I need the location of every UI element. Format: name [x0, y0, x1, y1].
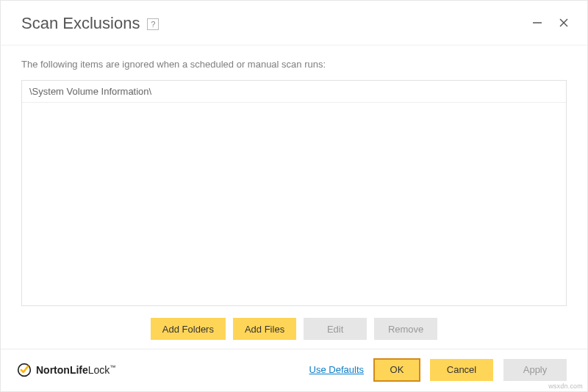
title-bar: Scan Exclusions ? — [1, 1, 587, 42]
trademark-icon: ™ — [110, 364, 115, 371]
list-action-buttons: Add Folders Add Files Edit Remove — [21, 306, 567, 349]
edit-button: Edit — [304, 318, 367, 340]
remove-button: Remove — [374, 318, 437, 340]
description-text: The following items are ignored when a s… — [21, 59, 567, 70]
norton-check-icon — [17, 363, 32, 377]
minimize-button[interactable] — [530, 15, 545, 30]
footer-actions: Use Defaults OK Cancel Apply — [309, 359, 567, 381]
close-button[interactable] — [556, 15, 571, 30]
cancel-button[interactable]: Cancel — [430, 359, 493, 381]
ok-button[interactable]: OK — [374, 359, 420, 381]
window-controls — [530, 14, 580, 30]
brand-logo-block: NortonLifeLock™ — [17, 363, 115, 377]
window-title: Scan Exclusions — [21, 14, 140, 33]
brand-lock: Lock — [88, 364, 110, 376]
help-icon[interactable]: ? — [147, 18, 159, 30]
brand-norton: Norton — [36, 364, 70, 376]
add-folders-button[interactable]: Add Folders — [151, 318, 226, 340]
footer-bar: NortonLifeLock™ Use Defaults OK Cancel A… — [1, 349, 587, 391]
scan-exclusions-window: Scan Exclusions ? The following items ar… — [0, 0, 588, 392]
exclusions-list[interactable]: \System Volume Information\ — [21, 80, 567, 306]
add-files-button[interactable]: Add Files — [233, 318, 296, 340]
apply-button: Apply — [503, 359, 567, 381]
content-area: The following items are ignored when a s… — [1, 45, 587, 349]
brand-text: NortonLifeLock™ — [36, 364, 115, 376]
brand-life: Life — [70, 364, 88, 376]
use-defaults-link[interactable]: Use Defaults — [309, 364, 364, 375]
list-item[interactable]: \System Volume Information\ — [22, 81, 566, 103]
